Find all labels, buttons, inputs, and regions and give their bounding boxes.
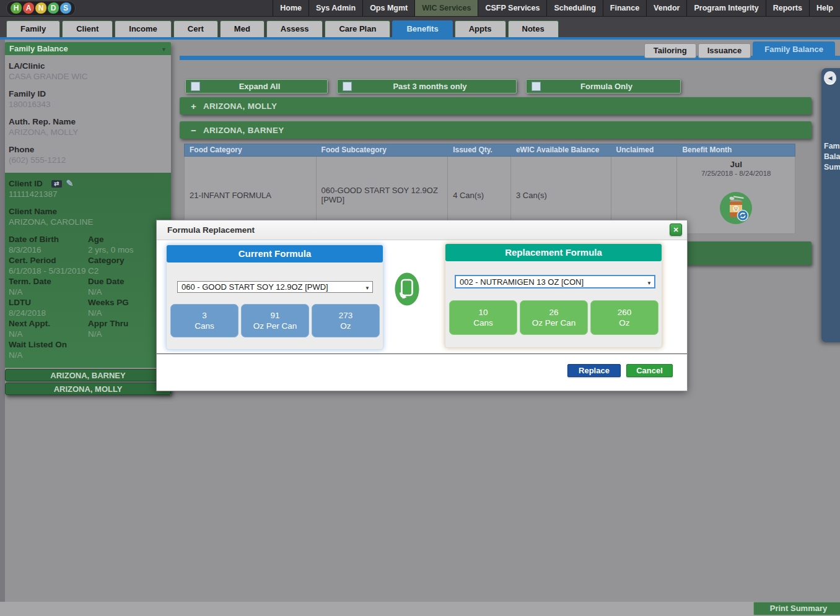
filter-label: Past 3 months only — [352, 82, 508, 91]
collapse-panel-button[interactable] — [824, 71, 836, 85]
replacement-formula-header: Replacement Formula — [445, 244, 662, 261]
collapse-icon: − — [191, 125, 199, 136]
section-bar-barney[interactable]: − ARIZONA, BARNEY — [180, 121, 812, 139]
print-summary-button[interactable]: Print Summary — [753, 602, 840, 615]
field-label: Client Name — [9, 206, 167, 217]
field-label: Auth. Rep. Name — [9, 116, 167, 127]
past-3-months-toggle[interactable]: Past 3 months only — [337, 79, 517, 93]
nav-item-scheduling[interactable]: Scheduling — [546, 0, 602, 16]
expand-icon: + — [191, 101, 199, 111]
tab-care-plan[interactable]: Care Plan — [325, 20, 390, 37]
stat-box-total-oz: 260Oz — [590, 300, 658, 335]
tab-assess[interactable]: Assess — [266, 20, 323, 37]
switch-client-icon[interactable] — [51, 180, 62, 188]
field-value: N/A — [9, 329, 88, 339]
formula-only-checkbox[interactable] — [532, 82, 541, 91]
formula-replacement-dialog: Formula Replacement ✕ Current Formula 06… — [156, 220, 688, 391]
chevron-down-icon — [161, 42, 167, 56]
field-value: CASA GRANDE WIC — [9, 71, 167, 82]
stat-box-oz-per-can: 91Oz Per Can — [241, 304, 309, 337]
field-label: LDTU — [9, 297, 88, 308]
tab-appts[interactable]: Appts — [455, 20, 506, 37]
tab-accent-strip — [0, 37, 840, 40]
field-label: Category — [88, 255, 167, 266]
tab-issuance[interactable]: Issuance — [698, 43, 751, 58]
benefit-period-label: 7/25/2018 - 8/24/2018 — [701, 170, 771, 177]
member-button-barney[interactable]: ARIZONA, BARNEY — [5, 369, 171, 381]
cancel-button[interactable]: Cancel — [626, 364, 673, 377]
nav-item-help[interactable]: Help — [809, 0, 840, 16]
top-nav-bar: H A N D S Home Sys Admin Ops Mgmt WIC Se… — [0, 0, 840, 17]
nav-item-vendor[interactable]: Vendor — [646, 0, 686, 16]
client-name-value: ARIZONA, CAROLINE — [9, 217, 167, 227]
field-label: Age — [88, 234, 167, 245]
client-id-row: Client ID — [9, 178, 167, 189]
logo-letter: S — [60, 2, 71, 14]
close-icon[interactable]: ✕ — [670, 223, 682, 236]
family-sidebar: Family Balance LA/ClinicCASA GRANDE WIC … — [5, 42, 171, 395]
nav-item-home[interactable]: Home — [273, 0, 308, 16]
nav-item-wic-services[interactable]: WIC Services — [414, 0, 478, 16]
main-menu: Home Sys Admin Ops Mgmt WIC Services CSF… — [273, 0, 840, 16]
nav-item-ops-mgmt[interactable]: Ops Mgmt — [362, 0, 414, 16]
selected-option: 002 - NUTRAMIGEN 13 OZ [CON] — [456, 277, 644, 287]
formula-replacement-icon[interactable] — [720, 192, 752, 224]
swap-formula-icon — [395, 272, 419, 306]
field-value: N/A — [9, 287, 88, 297]
nav-item-csfp-services[interactable]: CSFP Services — [478, 0, 546, 16]
column-header: Benefit Month — [677, 144, 795, 156]
filter-label: Expand All — [200, 82, 319, 91]
formula-only-toggle[interactable]: Formula Only — [526, 79, 681, 93]
section-bar-molly[interactable]: + ARIZONA, MOLLY — [180, 97, 812, 115]
field-label: Next Appt. — [9, 318, 88, 329]
field-value: ARIZONA, MOLLY — [9, 127, 167, 137]
stat-box-cans: 10Cans — [449, 300, 517, 335]
stat-box-total-oz: 273Oz — [312, 304, 380, 337]
field-value: 180016343 — [9, 99, 167, 110]
tab-cert[interactable]: Cert — [173, 20, 218, 37]
field-value: N/A — [88, 308, 167, 318]
tab-family-balance[interactable]: Family Balance — [753, 41, 835, 58]
tab-income[interactable]: Income — [115, 20, 172, 37]
panel-title-line: Family — [824, 141, 840, 152]
field-label: Weeks PG — [88, 297, 167, 308]
tab-family[interactable]: Family — [6, 20, 60, 37]
stat-box-oz-per-can: 26Oz Per Can — [520, 300, 588, 335]
footer-strip — [0, 602, 840, 616]
field-label: Wait Listed On — [9, 339, 167, 350]
member-button-molly[interactable]: ARIZONA, MOLLY — [5, 383, 171, 395]
nav-item-finance[interactable]: Finance — [603, 0, 646, 16]
sidebar-title: Family Balance — [9, 44, 68, 53]
nav-item-reports[interactable]: Reports — [766, 0, 809, 16]
field-label: Client ID — [9, 179, 43, 188]
panel-title-line: Summary — [824, 162, 840, 173]
sidebar-header-family-balance[interactable]: Family Balance — [5, 42, 171, 55]
current-formula-select[interactable]: 060 - GOOD START SOY 12.9OZ [PWD] — [177, 281, 373, 293]
nav-item-program-integrity[interactable]: Program Integrity — [686, 0, 765, 16]
field-value: C2 — [88, 266, 167, 276]
field-value: N/A — [9, 350, 167, 360]
tab-client[interactable]: Client — [62, 20, 113, 37]
expand-all-checkbox[interactable] — [191, 82, 200, 91]
field-label: Family ID — [9, 89, 167, 99]
replacement-formula-panel: Replacement Formula 002 - NUTRAMIGEN 13 … — [445, 243, 662, 348]
column-header: Food Subcategory — [317, 144, 448, 156]
field-value: N/A — [88, 287, 167, 297]
expand-all-toggle[interactable]: Expand All — [185, 79, 328, 93]
field-label: Phone — [9, 144, 167, 155]
tab-notes[interactable]: Notes — [508, 20, 559, 37]
nav-item-sys-admin[interactable]: Sys Admin — [308, 0, 362, 16]
replace-button[interactable]: Replace — [567, 364, 621, 377]
field-value: 6/1/2018 - 5/31/2019 — [9, 266, 88, 276]
field-label: Term. Date — [9, 276, 88, 287]
tab-tailoring[interactable]: Tailoring — [644, 43, 696, 58]
tab-med[interactable]: Med — [220, 20, 265, 37]
replacement-formula-select[interactable]: 002 - NUTRAMIGEN 13 OZ [CON] — [455, 275, 655, 288]
past-3-months-checkbox[interactable] — [343, 82, 352, 91]
column-header: Food Category — [185, 144, 317, 156]
tab-benefits[interactable]: Benefits — [392, 20, 452, 37]
benefits-view-tabs: Tailoring Issuance Family Balance — [644, 41, 835, 58]
column-header: eWIC Available Balance — [511, 144, 611, 156]
dialog-title: Formula Replacement — [157, 220, 687, 240]
edit-icon[interactable] — [66, 178, 74, 189]
